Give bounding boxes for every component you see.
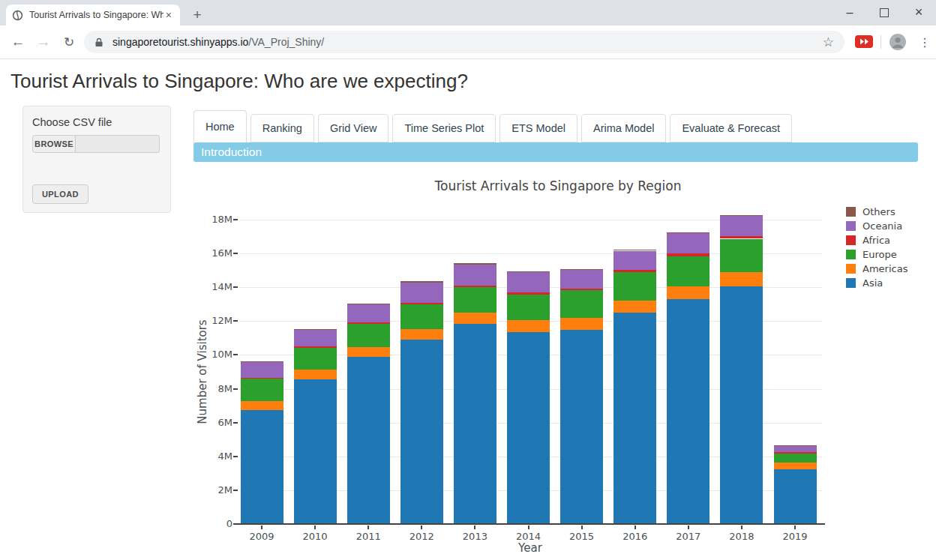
tab-ranking[interactable]: Ranking <box>250 114 314 142</box>
browse-button[interactable]: BROWSE <box>32 135 76 153</box>
bookmark-star-icon[interactable]: ☆ <box>823 34 834 50</box>
bar-segment-americas-2016[interactable] <box>614 301 656 313</box>
legend-item-africa[interactable]: Africa <box>846 233 908 247</box>
url-domain: singaporetourist.shinyapps.io <box>112 36 248 48</box>
window-minimize-button[interactable]: – <box>832 0 867 25</box>
bar-segment-americas-2009[interactable] <box>241 401 284 410</box>
bar-segment-europe-2013[interactable] <box>454 287 496 313</box>
bar-segment-europe-2017[interactable] <box>667 256 710 287</box>
bar-segment-americas-2019[interactable] <box>774 463 817 469</box>
bar-segment-europe-2010[interactable] <box>294 348 337 370</box>
bar-segment-others-2016[interactable] <box>614 250 656 250</box>
browser-tab[interactable]: Tourist Arrivals to Singapore: Wh × <box>6 4 180 25</box>
tab-arima-model[interactable]: Arima Model <box>581 114 666 142</box>
bar-segment-others-2015[interactable] <box>560 269 603 270</box>
bar-segment-africa-2012[interactable] <box>400 303 443 304</box>
bar-segment-others-2018[interactable] <box>720 215 763 216</box>
legend-item-europe[interactable]: Europe <box>846 247 908 262</box>
bar-segment-asia-2016[interactable] <box>614 313 656 524</box>
bar-segment-oceania-2013[interactable] <box>454 265 496 286</box>
bar-segment-europe-2012[interactable] <box>400 304 443 329</box>
bar-segment-americas-2013[interactable] <box>454 313 496 323</box>
new-tab-button[interactable]: + <box>188 5 207 25</box>
bar-segment-oceania-2015[interactable] <box>560 270 603 289</box>
bar-segment-americas-2012[interactable] <box>400 329 443 340</box>
bar-segment-oceania-2018[interactable] <box>720 216 763 236</box>
bar-segment-africa-2019[interactable] <box>774 452 817 454</box>
tab-time-series-plot[interactable]: Time Series Plot <box>392 114 496 142</box>
bar-segment-others-2011[interactable] <box>347 304 390 304</box>
bar-segment-others-2009[interactable] <box>241 361 284 362</box>
legend-item-oceania[interactable]: Oceania <box>846 219 908 233</box>
bar-segment-others-2013[interactable] <box>454 263 496 265</box>
bar-segment-asia-2010[interactable] <box>294 379 337 524</box>
tab-evaluate-forecast[interactable]: Evaluate & Forecast <box>670 114 792 142</box>
bar-segment-asia-2015[interactable] <box>560 330 603 524</box>
bar-segment-oceania-2016[interactable] <box>614 251 656 271</box>
reload-icon[interactable]: ↻ <box>58 31 80 52</box>
profile-avatar[interactable] <box>889 33 907 54</box>
tab-grid-view[interactable]: Grid View <box>318 114 389 142</box>
bar-segment-asia-2019[interactable] <box>774 469 817 524</box>
bar-segment-others-2010[interactable] <box>294 329 337 330</box>
bar-segment-europe-2014[interactable] <box>507 295 550 320</box>
bar-segment-others-2014[interactable] <box>507 271 550 272</box>
legend-item-asia[interactable]: Asia <box>846 276 908 290</box>
bar-segment-europe-2019[interactable] <box>774 454 817 463</box>
bar-segment-europe-2009[interactable] <box>241 379 284 401</box>
bar-segment-asia-2017[interactable] <box>667 299 710 524</box>
window-close-button[interactable]: × <box>902 0 936 25</box>
bar-segment-others-2019[interactable] <box>774 445 817 446</box>
bar-segment-others-2012[interactable] <box>400 281 443 282</box>
bar-segment-oceania-2011[interactable] <box>347 304 390 322</box>
bar-segment-asia-2009[interactable] <box>241 410 284 524</box>
bar-segment-europe-2015[interactable] <box>560 290 603 318</box>
bar-segment-africa-2009[interactable] <box>241 378 284 379</box>
back-icon[interactable]: ← <box>8 31 28 52</box>
address-bar[interactable]: singaporetourist.shinyapps.io /VA_Proj_S… <box>84 31 844 53</box>
bar-segment-europe-2018[interactable] <box>720 239 763 273</box>
bar-segment-asia-2011[interactable] <box>347 357 390 524</box>
browser-menu-icon[interactable]: ⋮ <box>916 31 933 52</box>
file-name-field[interactable] <box>76 135 160 153</box>
bar-segment-europe-2016[interactable] <box>614 272 656 300</box>
y-tick-mark <box>233 253 238 254</box>
bar-segment-oceania-2017[interactable] <box>667 233 710 253</box>
bar-segment-africa-2013[interactable] <box>454 286 496 288</box>
bar-segment-africa-2017[interactable] <box>667 253 710 256</box>
extension-icon[interactable] <box>855 35 873 51</box>
tab-ets-model[interactable]: ETS Model <box>500 114 578 142</box>
upload-button[interactable]: UPLOAD <box>32 184 88 204</box>
bar-segment-oceania-2014[interactable] <box>507 272 550 292</box>
bar-segment-africa-2011[interactable] <box>347 322 390 324</box>
bar-segment-africa-2015[interactable] <box>560 289 603 290</box>
bar-segment-americas-2010[interactable] <box>294 370 337 379</box>
window-maximize-button[interactable] <box>867 0 902 25</box>
bar-segment-africa-2010[interactable] <box>294 346 337 349</box>
tab-close-icon[interactable]: × <box>164 10 174 20</box>
bar-segment-americas-2017[interactable] <box>667 286 710 299</box>
forward-icon[interactable]: → <box>33 31 54 52</box>
bar-segment-asia-2013[interactable] <box>454 324 496 524</box>
bar-segment-oceania-2010[interactable] <box>294 330 337 346</box>
bar-segment-europe-2011[interactable] <box>347 324 390 347</box>
bar-segment-others-2017[interactable] <box>667 232 710 233</box>
legend-item-others[interactable]: Others <box>846 205 908 219</box>
bar-segment-americas-2015[interactable] <box>560 318 603 330</box>
bar-segment-oceania-2012[interactable] <box>400 283 443 303</box>
bar-segment-oceania-2019[interactable] <box>774 446 817 452</box>
bar-segment-africa-2018[interactable] <box>720 236 763 238</box>
bar-segment-asia-2012[interactable] <box>400 340 443 524</box>
bar-segment-africa-2016[interactable] <box>614 270 656 272</box>
bar-segment-oceania-2009[interactable] <box>241 362 284 378</box>
bar-segment-asia-2014[interactable] <box>507 332 550 524</box>
bar-segment-asia-2018[interactable] <box>720 286 763 524</box>
tab-home[interactable]: Home <box>194 110 247 142</box>
bar-segment-americas-2014[interactable] <box>507 320 550 332</box>
x-tick-mark <box>368 526 369 529</box>
x-tick-mark <box>261 526 262 529</box>
legend-item-americas[interactable]: Americas <box>846 262 908 276</box>
bar-segment-americas-2018[interactable] <box>720 272 763 286</box>
bar-segment-americas-2011[interactable] <box>347 347 390 357</box>
bar-segment-africa-2014[interactable] <box>507 292 550 295</box>
